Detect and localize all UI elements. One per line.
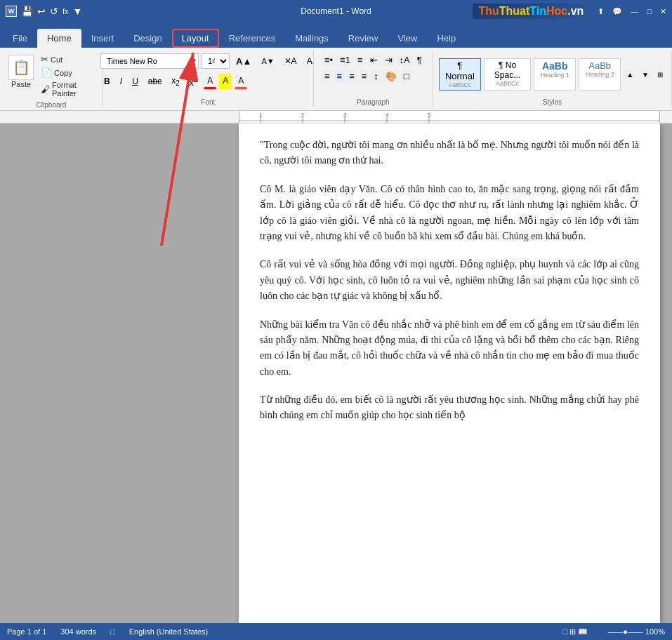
- bold-button[interactable]: B: [100, 74, 114, 89]
- document-area: "Trong cuộc đời, người tôi mang ơn nhiều…: [0, 124, 672, 623]
- highlight-button[interactable]: A: [219, 74, 232, 89]
- styles-scroll-up[interactable]: ▲: [624, 69, 636, 80]
- format-painter-button[interactable]: 🖌 Format Painter: [39, 80, 97, 98]
- svg-text:4: 4: [386, 112, 389, 118]
- title-bar-right: ThuThuatTinHoc.vn ⬆ 💬 — □ ✕: [473, 4, 666, 19]
- redo-icon[interactable]: ↺: [50, 6, 58, 17]
- paragraph-3: Cô rất vui vẻ và sống hòa đồng với mọi n…: [260, 257, 639, 304]
- styles-more[interactable]: ⊞: [654, 69, 666, 80]
- tab-references[interactable]: References: [219, 29, 285, 48]
- style-heading2[interactable]: AaBb Heading 2: [579, 58, 621, 91]
- numbering-button[interactable]: ≡1: [337, 53, 353, 67]
- title-bar: W 💾 ↩ ↺ fx ▼ Document1 - Word ThuThuatTi…: [0, 0, 672, 22]
- print-view-icon[interactable]: □: [562, 627, 567, 636]
- font-group: Times New Ro 14 A▲ A▼ ✕A A B I U abc x2 …: [103, 51, 314, 107]
- maximize-button[interactable]: □: [647, 7, 652, 15]
- shrink-font-button[interactable]: A▼: [258, 53, 277, 69]
- align-left-button[interactable]: ≡: [322, 69, 333, 83]
- word-icon: W: [6, 6, 17, 17]
- strikethrough-button[interactable]: abc: [145, 74, 165, 89]
- ruler-inner: 1 2 3 4 5: [239, 111, 660, 123]
- title-bar-left: W 💾 ↩ ↺ fx ▼: [6, 6, 82, 17]
- svg-text:3: 3: [343, 112, 347, 118]
- clipboard-group-label: Clipboard: [37, 100, 67, 109]
- page: "Trong cuộc đời, người tôi mang ơn nhiều…: [239, 124, 660, 623]
- svg-text:2: 2: [301, 112, 305, 118]
- tab-view[interactable]: View: [388, 29, 427, 48]
- underline-button[interactable]: U: [129, 74, 142, 89]
- undo-icon[interactable]: ↩: [37, 6, 46, 17]
- ribbon-tabs: File Home Insert Design Layout Reference…: [0, 22, 672, 48]
- style-no-spacing[interactable]: ¶ No Spac... AaBbCc: [484, 58, 531, 91]
- read-view-icon[interactable]: 📖: [578, 627, 588, 636]
- format-painter-label: Format Painter: [52, 81, 95, 98]
- borders-button[interactable]: □: [401, 69, 412, 83]
- copy-label: Copy: [54, 69, 72, 77]
- ruler: 1 2 3 4 5: [0, 111, 672, 124]
- language: English (United States): [129, 627, 209, 636]
- grow-font-button[interactable]: A▲: [232, 53, 255, 69]
- paragraph-5: Từ những điều đó, em biết cô là người rấ…: [260, 392, 639, 424]
- multilevel-list-button[interactable]: ≡: [355, 53, 366, 67]
- font-name-select[interactable]: Times New Ro: [100, 53, 199, 69]
- shading-button[interactable]: 🎨: [383, 69, 400, 83]
- cut-label: Cut: [51, 55, 62, 64]
- style-normal[interactable]: ¶ Normal AaBbCc: [439, 58, 481, 91]
- paste-button[interactable]: 📋 Paste: [6, 53, 37, 90]
- save-icon[interactable]: 💾: [21, 6, 33, 17]
- subscript-button[interactable]: x2: [168, 74, 183, 89]
- tab-insert[interactable]: Insert: [81, 29, 124, 48]
- justify-button[interactable]: ≡: [359, 69, 370, 83]
- tab-layout[interactable]: Layout: [172, 29, 219, 48]
- show-marks-button[interactable]: ¶: [414, 53, 425, 67]
- paragraph-group-label: Paragraph: [357, 97, 390, 106]
- language-icon: □: [110, 627, 115, 636]
- minimize-button[interactable]: —: [631, 7, 638, 15]
- svg-text:5: 5: [428, 112, 431, 118]
- close-button[interactable]: ✕: [660, 7, 666, 16]
- cut-button[interactable]: ✂ Cut: [39, 53, 97, 65]
- superscript-button[interactable]: x2: [186, 74, 202, 89]
- clear-format-button[interactable]: ✕A: [281, 53, 301, 69]
- logo-vn: .vn: [567, 5, 584, 17]
- decrease-indent-button[interactable]: ⇤: [367, 53, 381, 67]
- align-center-button[interactable]: ≡: [334, 69, 345, 83]
- status-bar: Page 1 of 1 304 words □ English (United …: [0, 623, 672, 640]
- increase-indent-button[interactable]: ⇥: [382, 53, 395, 67]
- title-bar-title: Document1 - Word: [301, 6, 371, 16]
- paste-label: Paste: [11, 80, 31, 88]
- web-view-icon[interactable]: ⊞: [569, 627, 576, 636]
- share-button[interactable]: ⬆: [598, 7, 604, 16]
- clipboard-group: 📋 Paste ✂ Cut 📄 Copy 🖌 Format Painter Cl…: [0, 51, 103, 107]
- text-color-button[interactable]: A: [235, 74, 247, 89]
- styles-scroll-down[interactable]: ▼: [639, 69, 652, 80]
- sort-button[interactable]: ↕A: [397, 53, 413, 67]
- formula-icon[interactable]: fx: [62, 7, 69, 15]
- paragraph-group: ≡• ≡1 ≡ ⇤ ⇥ ↕A ¶ ≡ ≡ ≡ ≡ ↕ 🎨 □ Paragraph: [314, 51, 433, 107]
- tab-design[interactable]: Design: [124, 29, 171, 48]
- comments-button[interactable]: 💬: [612, 7, 622, 16]
- format-painter-icon: 🖌: [41, 84, 50, 95]
- copy-button[interactable]: 📄 Copy: [39, 67, 97, 79]
- more-icon[interactable]: ▼: [73, 6, 83, 17]
- bullets-button[interactable]: ≡•: [322, 53, 336, 67]
- align-right-button[interactable]: ≡: [346, 69, 357, 83]
- view-icons: □ ⊞ 📖: [562, 627, 588, 636]
- word-count: 304 words: [60, 627, 96, 636]
- left-margin: [0, 124, 239, 623]
- italic-button[interactable]: I: [117, 74, 126, 89]
- tab-home[interactable]: Home: [37, 29, 81, 48]
- line-spacing-button[interactable]: ↕: [371, 69, 381, 83]
- style-heading1[interactable]: AaBb Heading 1: [534, 58, 576, 91]
- zoom-slider[interactable]: ——●—— 100%: [607, 627, 665, 636]
- paragraph-2: Cô M. là giáo viên dạy Văn. Cô có thân h…: [260, 182, 639, 245]
- font-size-select[interactable]: 14: [202, 53, 230, 69]
- ruler-marks: 1 2 3 4 5: [239, 111, 660, 123]
- tab-help[interactable]: Help: [427, 29, 466, 48]
- tab-mailings[interactable]: Mailings: [285, 29, 338, 48]
- tab-file[interactable]: File: [3, 29, 37, 48]
- tab-review[interactable]: Review: [338, 29, 388, 48]
- cut-icon: ✂: [41, 54, 48, 65]
- font-color-button[interactable]: A: [204, 74, 216, 89]
- logo-tin: Tin: [529, 5, 546, 17]
